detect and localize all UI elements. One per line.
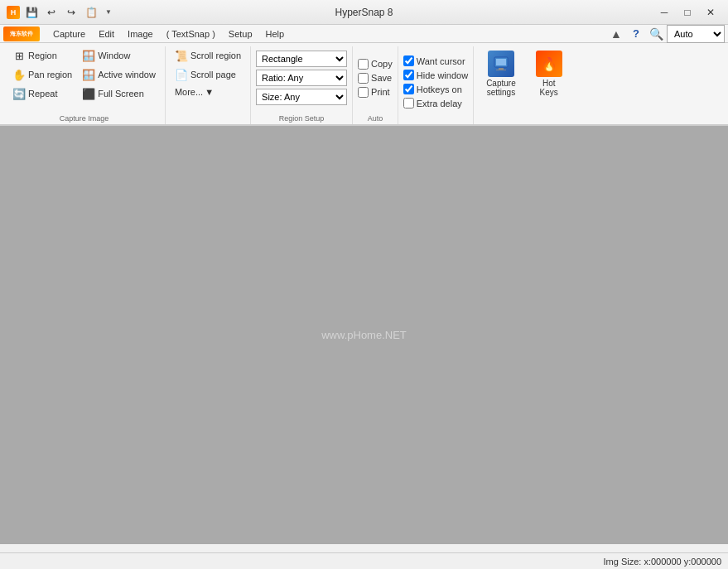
size-select[interactable]: Size: Any 640x480 1024x768	[256, 89, 347, 105]
window-title: HyperSnap 8	[335, 7, 393, 18]
capture-image-group: ⊞ Region ✋ Pan region 🔄 Repeat 🪟 Window	[3, 46, 166, 124]
capture-settings-label: Capture settings	[486, 79, 516, 97]
more-label: More...	[175, 87, 203, 97]
ribbon: ⊞ Region ✋ Pan region 🔄 Repeat 🪟 Window	[0, 43, 728, 126]
svg-rect-1	[496, 59, 506, 65]
tools-content: Capture settings 🔥 Hot Keys	[479, 46, 570, 121]
capture-image-content: ⊞ Region ✋ Pan region 🔄 Repeat 🪟 Window	[8, 46, 160, 113]
img-size-label: Img Size:	[603, 557, 641, 567]
help-btn[interactable]: ?	[627, 25, 645, 43]
save-quick-btn[interactable]: 💾	[23, 4, 40, 21]
window-icon: 🪟	[82, 49, 95, 62]
extra-delay-label: Extra delay	[417, 99, 462, 108]
active-window-btn[interactable]: 🪟 Active window	[78, 65, 160, 84]
minimize-button[interactable]: ─	[653, 4, 675, 21]
copy-checkbox-item[interactable]: Copy	[358, 58, 393, 70]
save-checkbox[interactable]	[358, 73, 369, 84]
region-label: Region	[28, 51, 57, 60]
want-cursor-label: Want cursor	[417, 56, 465, 66]
qs-dropdown-arrow[interactable]: ▼	[103, 4, 114, 21]
auto-group: Copy Save Print Auto	[353, 46, 398, 124]
print-checkbox-item[interactable]: Print	[358, 86, 390, 99]
region-btn[interactable]: ⊞ Region	[8, 46, 76, 65]
window-label: Window	[98, 51, 130, 60]
save-checkbox-item[interactable]: Save	[358, 72, 392, 84]
scroll-col: 📜 Scroll region 📄 Scroll page More... ▼	[171, 46, 245, 99]
region-setup-label: Region Setup	[256, 113, 347, 124]
auto-label: Auto	[358, 113, 393, 124]
scroll-region-label: Scroll region	[190, 51, 241, 60]
redo-quick-btn[interactable]: ↪	[63, 4, 80, 21]
tools-label	[479, 121, 570, 124]
hotkeys-on-checkbox[interactable]	[403, 84, 414, 94]
undo-quick-btn[interactable]: ↩	[43, 4, 60, 21]
scroll-label	[171, 121, 245, 124]
want-cursor-checkbox[interactable]	[403, 55, 414, 66]
region-icon: ⊞	[12, 49, 26, 62]
title-bar-left: H 💾 ↩ ↪ 📋 ▼	[7, 4, 114, 21]
x-coord: x:000000	[644, 557, 681, 567]
svg-rect-2	[499, 68, 504, 70]
want-cursor-item[interactable]: Want cursor	[403, 55, 465, 67]
scroll-page-icon: 📄	[175, 68, 188, 81]
app-icon: H	[7, 6, 20, 19]
repeat-btn[interactable]: 🔄 Repeat	[8, 84, 76, 103]
extra-delay-checkbox[interactable]	[403, 98, 414, 108]
hide-window-label: Hide window	[417, 70, 468, 80]
ratio-select[interactable]: Ratio: Any 1:1 4:3 16:9	[256, 70, 347, 86]
more-btn[interactable]: More... ▼	[171, 84, 218, 99]
active-window-label: Active window	[98, 70, 156, 80]
menu-setup[interactable]: Setup	[222, 25, 259, 42]
maximize-button[interactable]: □	[677, 4, 698, 21]
scroll-page-label: Scroll page	[190, 70, 236, 80]
menu-textsnap[interactable]: ( TextSnap )	[160, 25, 222, 42]
scroll-region-icon: 📜	[175, 49, 188, 62]
search-btn[interactable]: 🔍	[647, 25, 665, 43]
menu-edit[interactable]: Edit	[92, 25, 121, 42]
close-button[interactable]: ✕	[700, 4, 721, 21]
scroll-page-btn[interactable]: 📄 Scroll page	[171, 65, 245, 84]
full-screen-icon: ⬛	[82, 87, 95, 100]
logo-text: 海东软件	[10, 30, 33, 38]
options-group: Want cursor Hide window Hotkeys on Extra…	[398, 46, 474, 124]
collapse-ribbon-btn[interactable]: ▲	[607, 25, 625, 43]
scroll-region-btn[interactable]: 📜 Scroll region	[171, 46, 245, 65]
pan-region-icon: ✋	[12, 68, 26, 81]
scroll-content: 📜 Scroll region 📄 Scroll page More... ▼	[171, 46, 245, 121]
hotkeys-on-item[interactable]: Hotkeys on	[403, 83, 462, 95]
menu-bar-right: ▲ ? 🔍 Auto	[607, 25, 725, 43]
scroll-group: 📜 Scroll region 📄 Scroll page More... ▼	[166, 46, 251, 124]
full-screen-label: Full Screen	[98, 89, 144, 99]
hot-keys-icon: 🔥	[536, 51, 562, 77]
copy-label: Copy	[371, 59, 393, 69]
print-checkbox[interactable]	[358, 87, 369, 98]
hot-keys-label: Hot Keys	[540, 79, 558, 97]
menu-help[interactable]: Help	[259, 25, 292, 42]
title-bar: H 💾 ↩ ↪ 📋 ▼ HyperSnap 8 ─ □ ✕	[0, 0, 728, 25]
extra-delay-item[interactable]: Extra delay	[403, 97, 462, 109]
watermark: www.pHome.NET	[321, 329, 407, 341]
window-btn[interactable]: 🪟 Window	[78, 46, 160, 65]
menu-capture[interactable]: Capture	[46, 25, 92, 42]
capture-col2: 🪟 Window 🪟 Active window ⬛ Full Screen	[78, 46, 160, 103]
pan-region-btn[interactable]: ✋ Pan region	[8, 65, 76, 84]
hot-keys-btn[interactable]: 🔥 Hot Keys	[528, 46, 570, 101]
pan-region-label: Pan region	[28, 70, 72, 80]
hide-window-item[interactable]: Hide window	[403, 69, 468, 81]
copy-quick-btn[interactable]: 📋	[83, 4, 99, 21]
full-screen-btn[interactable]: ⬛ Full Screen	[78, 84, 160, 103]
tools-group: Capture settings 🔥 Hot Keys	[474, 46, 575, 124]
region-setup-content: Rectangle Ellipse Freehand Ratio: Any 1:…	[256, 46, 347, 113]
menu-image[interactable]: Image	[121, 25, 160, 42]
canvas-area: www.pHome.NET	[0, 126, 728, 544]
capture-settings-btn[interactable]: Capture settings	[479, 46, 523, 101]
window-controls: ─ □ ✕	[653, 4, 721, 21]
shape-select[interactable]: Rectangle Ellipse Freehand	[256, 51, 347, 67]
auto-select[interactable]: Auto	[667, 25, 725, 43]
hotkeys-on-label: Hotkeys on	[417, 84, 462, 94]
more-dropdown-icon: ▼	[205, 87, 214, 97]
copy-checkbox[interactable]	[358, 59, 369, 70]
status-bar: Img Size: x:000000 y:000000	[0, 552, 728, 569]
hide-window-checkbox[interactable]	[403, 70, 414, 80]
options-content: Want cursor Hide window Hotkeys on Extra…	[403, 46, 468, 121]
